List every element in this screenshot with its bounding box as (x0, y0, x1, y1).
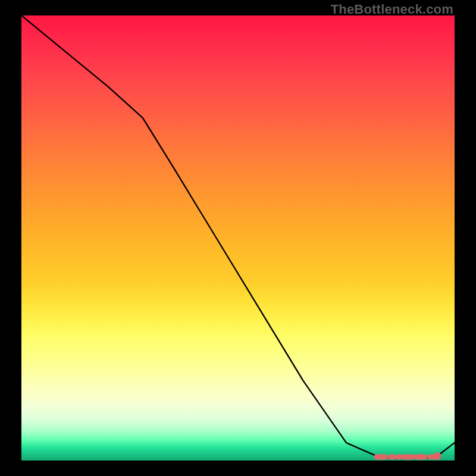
chart-svg-layer (21, 15, 455, 461)
bottleneck-curve-line (21, 15, 455, 458)
chart-frame: TheBottleneck.com (0, 0, 476, 476)
end-marker-dot (433, 452, 441, 460)
plot-area (21, 15, 455, 461)
